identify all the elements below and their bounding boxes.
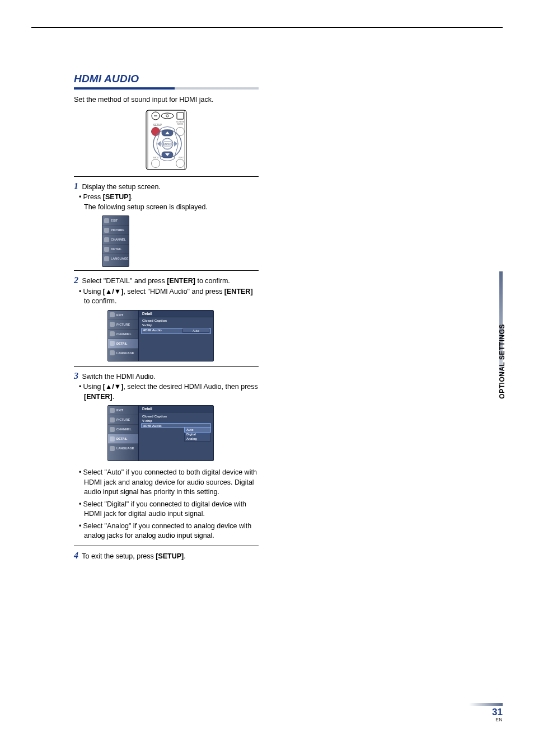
step-3-b1-pre: Using: [83, 383, 102, 391]
step-3-b1-key2: [ENTER]: [84, 393, 113, 401]
side-tab: OPTIONAL SETTINGS: [490, 271, 503, 377]
page-lang: EN: [469, 717, 503, 722]
step-3-number: 3: [74, 370, 78, 382]
step-4-number: 4: [74, 550, 78, 562]
section-intro: Set the method of sound input for HDMI j…: [74, 95, 259, 105]
step-2-b1-pre: Using: [83, 288, 102, 295]
top-rule: [31, 27, 503, 28]
svg-point-4: [161, 113, 174, 119]
osd-item-channel: CHANNEL: [102, 235, 129, 245]
osd2-item-channel: CHANNEL: [108, 330, 138, 339]
step-2-bullet-1: •Using [▲/▼], select "HDMI Audio" and pr…: [84, 287, 259, 307]
osd3-item-language: LANGUAGE: [108, 444, 138, 453]
step-3-text: Switch the HDMI Audio.: [82, 373, 155, 381]
svg-marker-15: [174, 141, 177, 147]
step-1-line-2: The following setup screen is displayed.: [84, 203, 259, 213]
page: OPTIONAL SETTINGS 31 EN HDMI AUDIO Set t…: [0, 0, 534, 756]
remote-label-back: BACK: [153, 156, 159, 159]
osd2-panel-cc: Closed Caption: [141, 319, 211, 323]
osd3-panel-vchip: V-chip: [141, 419, 211, 422]
osd2-panel-title: Detail: [139, 311, 213, 317]
svg-point-20: [176, 159, 185, 167]
step-1: 1 Display the setup screen.: [74, 180, 259, 192]
step-2-b1-key: [▲/▼]: [103, 288, 124, 295]
step-2-post: to confirm.: [195, 277, 230, 285]
step-separator: [74, 546, 259, 546]
svg-point-5: [166, 115, 168, 117]
step-4-pre: To exit the setup, press: [82, 552, 156, 560]
osd2-item-picture: PICTURE: [108, 320, 138, 330]
remote-label-info: INFO: [179, 156, 184, 159]
osd3-item-picture: PICTURE: [108, 415, 138, 425]
svg-point-7: [152, 127, 160, 135]
osd-item-language: LANGUAGE: [102, 254, 129, 263]
step-2-pre: Select "DETAIL" and press: [82, 277, 167, 285]
step-2: 2 Select "DETAIL" and press [ENTER] to c…: [74, 274, 259, 287]
osd-menu-basic: EXIT PICTURE CHANNEL DETAIL LANGUAGE: [102, 215, 133, 266]
osd3-hdmi-dropdown: Auto Digital Analog: [184, 427, 211, 442]
step-separator: [74, 270, 259, 271]
section-title: HDMI AUDIO: [74, 73, 259, 85]
svg-point-19: [152, 159, 160, 167]
remote-illustration: SCREENMODE SETUP E: [133, 109, 200, 171]
svg-rect-6: [177, 112, 184, 119]
osd-item-exit: EXIT: [102, 216, 129, 226]
step-2-b1-post: to confirm.: [84, 297, 116, 305]
osd3-opt-analog: Analog: [185, 436, 210, 441]
osd-item-picture: PICTURE: [102, 226, 129, 235]
svg-marker-14: [157, 141, 161, 147]
osd2-hdmi-value: Auto: [182, 328, 209, 333]
step-2-key: [ENTER]: [167, 277, 195, 285]
step-3-b1-key: [▲/▼]: [103, 383, 124, 391]
content-column: HDMI AUDIO Set the method of sound input…: [74, 73, 259, 562]
osd3-panel-cc: Closed Caption: [141, 414, 211, 418]
remote-label-screen-mode: SCREENMODE: [176, 121, 185, 125]
step-3-b1-post: .: [113, 393, 114, 401]
step-1-number: 1: [74, 180, 78, 192]
step-3-note-analog: •Select "Analog" if you connected to ana…: [84, 522, 259, 541]
step-1-text: Display the setup screen.: [82, 183, 160, 191]
step-2-b1-mid: , select "HDMI Audio" and press: [123, 288, 224, 295]
step-3-b1-mid: , select the desired HDMI Audio, then pr…: [123, 383, 257, 391]
step-separator: [74, 176, 259, 177]
step-3-note-auto: •Select "Auto" if you connected to both …: [84, 468, 259, 497]
page-number-block: 31 EN: [469, 703, 503, 722]
step-2-b1-key2: [ENTER]: [224, 288, 253, 295]
osd2-item-detail: DETAIL: [108, 339, 138, 349]
section-title-underline: [74, 87, 259, 90]
step-separator: [74, 366, 259, 367]
side-tab-label: OPTIONAL SETTINGS: [498, 324, 506, 399]
step-1-bullet-1: •Press [SETUP].: [84, 192, 259, 203]
osd3-item-exit: EXIT: [108, 406, 138, 415]
step-3-note-digital: •Select "Digital" if you connected to di…: [84, 500, 259, 519]
osd3-panel-title: Detail: [139, 406, 213, 412]
osd2-panel-vchip: V-chip: [141, 323, 211, 327]
osd-item-detail: DETAIL: [102, 245, 129, 254]
osd3-item-detail: DETAIL: [108, 434, 138, 444]
step-1-bullet-1-post: .: [131, 193, 133, 201]
remote-label-setup: SETUP: [153, 124, 162, 126]
osd-detail-panel: EXIT PICTURE CHANNEL DETAIL LANGUAGE Det…: [107, 310, 214, 361]
osd-detail-dropdown: EXIT PICTURE CHANNEL DETAIL LANGUAGE Det…: [107, 405, 214, 461]
step-2-number: 2: [74, 274, 78, 287]
step-3-bullet-1: •Using [▲/▼], select the desired HDMI Au…: [84, 382, 259, 402]
osd2-panel-hdmi: HDMI Audio Auto: [141, 328, 211, 334]
remote-label-enter: ENTER: [163, 143, 171, 145]
step-4-post: .: [184, 552, 185, 560]
step-3: 3 Switch the HDMI Audio.: [74, 370, 259, 382]
osd2-item-exit: EXIT: [108, 311, 138, 320]
step-1-bullet-1-pre: Press: [83, 193, 102, 201]
osd3-opt-digital: Digital: [185, 432, 210, 436]
page-number: 31: [469, 707, 503, 717]
step-1-bullet-1-key: [SETUP]: [103, 193, 131, 201]
step-4-key: [SETUP]: [156, 552, 184, 560]
step-4: 4 To exit the setup, press [SETUP].: [74, 550, 259, 562]
osd3-item-channel: CHANNEL: [108, 425, 138, 434]
osd2-item-language: LANGUAGE: [108, 349, 138, 358]
page-number-bar: [469, 703, 503, 706]
